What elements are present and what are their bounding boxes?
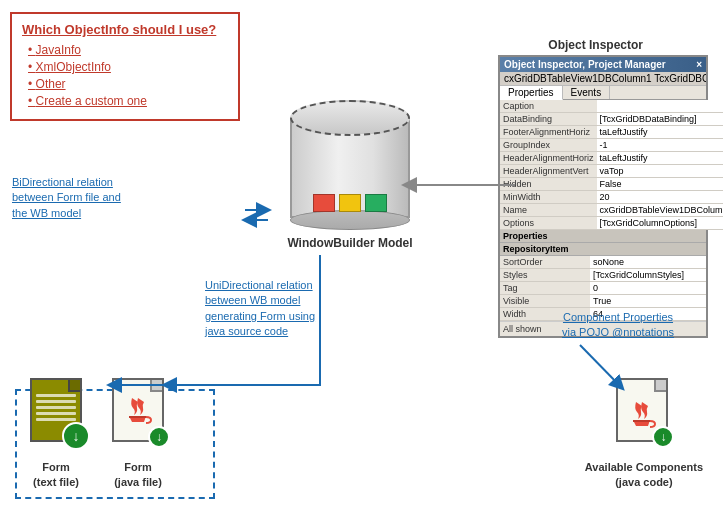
unidirectional-label: UniDirectional relation between WB model…	[205, 278, 385, 340]
form-java-file-icon: ↓ Form (java file)	[112, 378, 164, 489]
java-logo	[124, 390, 152, 427]
table-row: Caption	[500, 100, 723, 113]
list-item-xmlobjectinfo: XmlObjectInfo	[28, 60, 228, 74]
question-box: Which ObjectInfo should I use? JavaInfo …	[10, 12, 240, 121]
list-item-other: Other	[28, 77, 228, 91]
table-row: Options[TcxGridColumnOptions]	[500, 217, 723, 230]
doc-line	[36, 400, 76, 403]
download-badge-available: ↓	[652, 426, 674, 448]
inspector-table: Caption DataBinding[TcxGridDBDataBinding…	[500, 100, 723, 230]
doc-line	[36, 394, 76, 397]
doc-lines	[36, 394, 76, 424]
cylinder-label: WindowBuilder Model	[287, 236, 412, 250]
list-item-javainfo: JavaInfo	[28, 43, 228, 57]
doc-icon-java: ↓	[112, 378, 164, 442]
available-components-container: ↓ Available Components (java code)	[585, 378, 703, 489]
form2-label: Form (java file)	[114, 460, 162, 489]
doc-corner	[68, 380, 80, 392]
form-icons-container: ↓ Form (text file) ↓	[30, 378, 164, 489]
cylinder-blocks	[313, 194, 387, 212]
java-logo-available	[628, 394, 656, 431]
available-components-doc: ↓	[616, 378, 668, 442]
download-badge: ↓	[62, 422, 90, 450]
table-row: MinWidth20	[500, 191, 723, 204]
cylinder-shape	[290, 100, 410, 230]
table-row: NamecxGridDBTableView1DBColumn1	[500, 204, 723, 217]
inspector-field-row: cxGridDBTableView1DBColumn1 TcxGridDBCol…	[500, 72, 706, 86]
table-row: VisibleTrue	[500, 295, 706, 308]
windowbuilder-model: WindowBuilder Model	[270, 100, 430, 250]
list-item-create-custom: Create a custom one	[28, 94, 228, 108]
table-row: HiddenFalse	[500, 178, 723, 191]
doc-corner-available	[654, 380, 666, 392]
available-components-icon: ↓	[616, 378, 671, 446]
form-text-file-icon: ↓ Form (text file)	[30, 378, 82, 489]
block-yellow	[339, 194, 361, 212]
close-button[interactable]: ×	[696, 59, 702, 70]
question-list: JavaInfo XmlObjectInfo Other Create a cu…	[22, 43, 228, 108]
cylinder-top	[290, 100, 410, 136]
section-properties: Properties	[500, 230, 706, 243]
question-title: Which ObjectInfo should I use?	[22, 22, 228, 37]
table-row: SortOrdersoNone	[500, 256, 706, 269]
inspector-title-text: Object Inspector, Project Manager	[504, 59, 666, 70]
inspector-sub-tabs: Properties Events	[500, 86, 706, 100]
inspector-title-bar: Object Inspector, Project Manager ×	[500, 57, 706, 72]
cylinder-bottom	[290, 210, 410, 230]
block-green	[365, 194, 387, 212]
table-row: DataBinding[TcxGridDBDataBinding]	[500, 113, 723, 126]
doc-icon-text: ↓	[30, 378, 82, 442]
block-red	[313, 194, 335, 212]
table-row: HeaderAlignmentVertvaTop	[500, 165, 723, 178]
section-repositoryitem: RepositoryItem	[500, 243, 706, 256]
available-components-label: Available Components (java code)	[585, 460, 703, 489]
tab-properties[interactable]: Properties	[500, 86, 563, 100]
bidirectional-label: BiDirectional relation between Form file…	[12, 175, 162, 221]
form1-label: Form (text file)	[33, 460, 79, 489]
doc-line	[36, 412, 76, 415]
table-row: Styles[TcxGridColumnStyles]	[500, 269, 706, 282]
component-properties-label: Component Properties via POJO @nnotation…	[533, 310, 703, 341]
table-row: GroupIndex-1	[500, 139, 723, 152]
table-row: Tag0	[500, 282, 706, 295]
tab-events[interactable]: Events	[563, 86, 611, 99]
object-inspector-panel: Object Inspector, Project Manager × cxGr…	[498, 55, 708, 338]
doc-line	[36, 418, 76, 421]
doc-line	[36, 406, 76, 409]
table-row: HeaderAlignmentHoriztaLeftJustify	[500, 152, 723, 165]
inspector-outer-label: Object Inspector	[548, 38, 643, 52]
table-row: FooterAlignmentHoriztaLeftJustify	[500, 126, 723, 139]
